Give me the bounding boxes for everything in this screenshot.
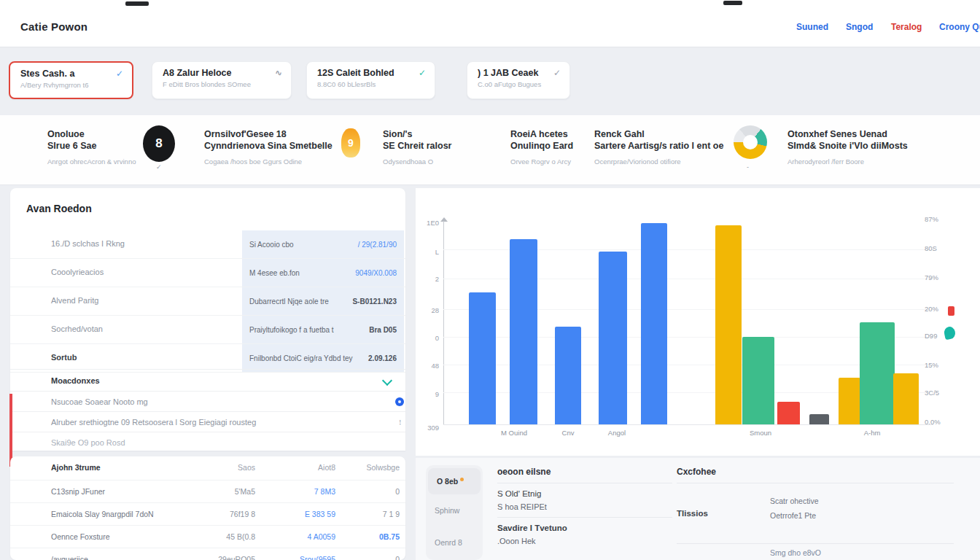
y-axis-label-right: 80S bbox=[925, 244, 957, 252]
row-change[interactable]: 0B.75 bbox=[379, 532, 400, 541]
stat-card-title: 12S Caleit Bohled bbox=[317, 68, 394, 78]
x-axis-label: Smoun bbox=[750, 429, 771, 437]
detail-heading: Cxcfohee bbox=[677, 467, 954, 477]
chart-bar-yellow bbox=[893, 373, 919, 424]
table-header-cell: Solwsbge bbox=[366, 463, 400, 472]
table-row: C13snip JFuner5'Ma57 8M30 bbox=[10, 481, 405, 503]
kebab-label: Alruber srethiogtne 09 Retsoosera l Sorg… bbox=[51, 418, 256, 427]
kebab-menu-icon[interactable]: ⁝ bbox=[399, 418, 402, 427]
y-axis-label-right: 3C/5 bbox=[925, 389, 957, 397]
field-value: S-B0121.N23 bbox=[352, 298, 397, 306]
expander-row[interactable]: Moacdonxes bbox=[10, 369, 405, 392]
row-change: 7 1 9 bbox=[383, 510, 400, 518]
feature-item-2[interactable]: Sion/'sSE Chreit ralosrOdysendhoaa O bbox=[383, 128, 451, 166]
y-axis-label-right: 87% bbox=[925, 215, 957, 223]
feature-item-0[interactable]: OnoluoeSlrue 6 SaeAnrgot ohrecAcron & vr… bbox=[47, 128, 136, 166]
check-icon: ✓ bbox=[419, 68, 426, 78]
nav-link-1[interactable]: Sngod bbox=[846, 22, 873, 32]
icon-glyph: 9 bbox=[348, 137, 354, 149]
footnote-row: Skai9e O9 poo Rosd bbox=[10, 432, 405, 451]
row-profit-link[interactable]: 4 A0059 bbox=[307, 532, 335, 541]
table-header-cell: Aiot8 bbox=[318, 463, 335, 472]
list-item-title[interactable]: S Old' Etnig bbox=[497, 489, 672, 498]
bottom-tab-2[interactable]: Oenrd 8 bbox=[426, 526, 483, 559]
row-sales: 29euRO05 bbox=[218, 555, 255, 560]
chevron-down-icon[interactable] bbox=[382, 376, 392, 386]
form-row-field[interactable]: M 4esee eb.fon9049/X0.008 bbox=[242, 259, 404, 287]
panel-title: Avan Roedon bbox=[26, 203, 92, 214]
toggle-dot-icon[interactable] bbox=[395, 397, 404, 406]
row-name: Oennce Foxsture bbox=[51, 532, 110, 541]
stat-card-title-row: 12S Caleit Bohled✓ bbox=[317, 68, 426, 78]
row-profit-link[interactable]: E 383 59 bbox=[305, 510, 335, 518]
y-axis-label-left: 28 bbox=[417, 306, 439, 314]
y-axis-label-right: D99 bbox=[925, 332, 957, 340]
feature-title-line2: Onulinqo Eard bbox=[510, 140, 573, 152]
form-row-field[interactable]: Fnilbonbd CtoiC eig/ra Ydbd tey2.09.126 bbox=[242, 344, 404, 372]
chart-bar-blue bbox=[641, 223, 667, 424]
y-axis-label-left: 1E0 bbox=[417, 219, 439, 227]
orange-badge-icon: 9 bbox=[341, 128, 360, 158]
feature-title-line1: Sion/'s bbox=[383, 128, 451, 140]
feature-item-5[interactable]: Otonxhef Senes UenadSImd& Snoite i'Vlo d… bbox=[788, 128, 908, 166]
features-row: OnoluoeSlrue 6 SaeAnrgot ohrecAcron & vr… bbox=[0, 115, 980, 185]
list-heading: oeoon eilsne bbox=[497, 467, 672, 477]
field-value: 2.09.126 bbox=[368, 354, 397, 362]
stat-card-3[interactable]: ) 1 JAB Ceaek✓C.o0 aFutgo Bugues bbox=[467, 61, 570, 99]
bottom-tab-1[interactable]: Sphinw bbox=[426, 494, 483, 526]
detail-label: Tlissios bbox=[677, 509, 708, 518]
nav-link-0[interactable]: Suuned bbox=[796, 22, 828, 32]
form-row-field[interactable]: Praiyltufoikogo f a fuetba tBra D05 bbox=[242, 316, 404, 343]
kebab-row[interactable]: Alruber srethiogtne 09 Retsoosera l Sorg… bbox=[10, 411, 405, 432]
form-row-3: Socrhed/votanPraiyltufoikogo f a fuetba … bbox=[10, 316, 405, 344]
nav-link-3[interactable]: Croony Quot bbox=[939, 22, 980, 32]
feature-item-1[interactable]: Ornsilvof'Gesee 18Cynndrienova Sina Smet… bbox=[204, 128, 332, 166]
toggle-row[interactable]: Nsucoae Soaear Nooto mg bbox=[10, 391, 405, 412]
squiggle-icon: ∿ bbox=[275, 68, 282, 78]
bottom-detail-block: Cxcfohee Tlissios Smg dho e8vO Scatr ohe… bbox=[677, 467, 954, 489]
x-axis-label: Cnv bbox=[562, 429, 575, 437]
dashboard-root: Catie Powon SuunedSngodTeralogCroony Quo… bbox=[0, 0, 980, 560]
field-key: Dubarrecrtl Njqe aole tre bbox=[249, 298, 329, 306]
chart-bar-yellow bbox=[839, 378, 860, 424]
bottom-tab-0[interactable]: O 8eb bbox=[428, 468, 481, 494]
y-axis-arrow-icon bbox=[440, 217, 448, 222]
x-axis-label: M Ouind bbox=[501, 429, 527, 437]
chart-bar-yellow bbox=[715, 225, 742, 424]
app-logo: Catie Powon bbox=[20, 20, 88, 33]
notification-dot-icon bbox=[460, 478, 464, 481]
table-header-row: Ajohn 3trumeSaosAiot8Solwsbge bbox=[10, 456, 405, 481]
list-item-subtitle: S hoa REIPEt bbox=[497, 502, 672, 511]
feature-item-4[interactable]: Renck GahlSartere Aartisg/s ratio l ent … bbox=[594, 128, 723, 166]
chart-bar-blue bbox=[510, 239, 537, 424]
form-row-label: 16./D sclchas I Rkng bbox=[51, 239, 125, 248]
nav-link-2[interactable]: Teralog bbox=[891, 22, 922, 32]
row-name: Emaicola Slay 9nargpdil 7doN bbox=[51, 510, 154, 518]
chart-bar-green bbox=[742, 337, 774, 424]
stat-card-2[interactable]: 12S Caleit Bohled✓8.8C0 60 bLlesrBls bbox=[306, 61, 435, 99]
detail-link[interactable]: Smg dho e8vO bbox=[770, 548, 821, 557]
bottom-item-list: oeoon eilsne S Old' EtnigS hoa REIPEtSav… bbox=[497, 467, 672, 545]
stat-card-subtitle: 8.8C0 60 bLlesrBls bbox=[317, 80, 426, 88]
form-row-field[interactable]: Dubarrecrtl Njqe aole treS-B0121.N23 bbox=[242, 287, 404, 315]
form-row-2: Alvend ParitgDubarrecrtl Njqe aole treS-… bbox=[10, 287, 405, 316]
list-item-title[interactable]: Savdire I Tvetuno bbox=[497, 524, 672, 532]
table-row: /aygueriice29euRO05Srou(95950 bbox=[10, 548, 405, 560]
feature-subtitle: Ocenrprae/Viorionod otifiore bbox=[594, 158, 723, 166]
stat-card-1[interactable]: A8 Zalur Heloce∿F eDitt Bros blondes SOm… bbox=[152, 61, 292, 99]
stat-card-title: Stes Cash. a bbox=[20, 69, 74, 79]
form-row-field[interactable]: Si Acooio cbo/ 29(2.81/90 bbox=[242, 230, 404, 258]
y-axis-label-left: 2 bbox=[417, 275, 439, 283]
stat-card-subtitle: A/Bery Rvhymgrron t6 bbox=[20, 81, 123, 89]
stat-card-0[interactable]: Stes Cash. a✓A/Bery Rvhymgrron t6 bbox=[9, 61, 133, 99]
row-sales: 5'Ma5 bbox=[235, 487, 255, 496]
detail-line: Oetrrofe1 Pte bbox=[770, 511, 816, 520]
header-nav: SuunedSngodTeralogCroony Quot bbox=[674, 9, 980, 47]
divider bbox=[497, 517, 672, 518]
feature-item-3[interactable]: RoeiA hcetesOnulinqo EardOrvee Rogrv o A… bbox=[510, 128, 573, 166]
y-axis-label-left: 9 bbox=[417, 390, 439, 398]
field-key: Praiyltufoikogo f a fuetba t bbox=[249, 326, 334, 334]
x-axis-label: Angol bbox=[608, 429, 626, 437]
row-profit-link[interactable]: 7 8M3 bbox=[314, 487, 335, 496]
row-profit-link[interactable]: Srou(9595 bbox=[300, 555, 335, 560]
